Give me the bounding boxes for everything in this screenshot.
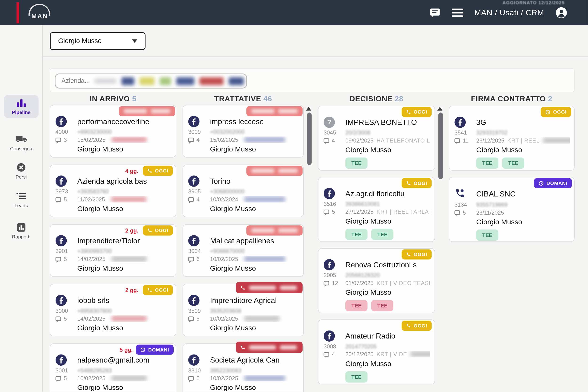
- deal-date: 15/02/2025: [77, 136, 106, 143]
- facebook-icon: [188, 235, 210, 246]
- chat-count-value: 5: [196, 316, 200, 322]
- days-overdue-label: 5 gg.: [120, 346, 133, 353]
- chat-count-value: 3: [64, 136, 67, 143]
- deal-owner: Giorgio Musso: [77, 264, 172, 272]
- deal-phone: 39386610081: [345, 201, 430, 207]
- alert-badge: [246, 226, 303, 236]
- deal-card[interactable]: Amateur Radio 3008 2014770205 4 20/12/20…: [318, 320, 435, 384]
- column-cards: 3G 3541 3293319702 11 26/12/2025KRT | RE…: [449, 106, 574, 242]
- deal-card[interactable]: Mai cat appaliienes 3004 +9088870000 6 1…: [182, 224, 304, 277]
- crm-app: AGGIORNATO 12/12/2025 MAN MAN / Usati / …: [0, 0, 588, 392]
- chat-count-value: 4: [332, 351, 335, 357]
- redacted-note: [111, 196, 146, 202]
- deal-card[interactable]: 4 gg. Azienda agricola bas 3973 +3935837…: [50, 165, 176, 217]
- column-cards: performancecoverline 4000 +8903230000 3 …: [50, 105, 176, 392]
- deal-card[interactable]: 5 gg. nalpesno@gmail.com 3001 +548829528…: [50, 344, 176, 392]
- redacted-note: [244, 375, 285, 381]
- deal-card[interactable]: 3G 3541 3293319702 11 26/12/2025KRT | RE…: [449, 106, 574, 170]
- deal-owner: Giorgio Musso: [210, 145, 299, 153]
- chat-count: 4: [188, 136, 210, 143]
- chat-bubble-icon: [56, 316, 61, 321]
- deal-card[interactable]: 2 gg. iobob srls 3000 +8958307800 5 14/0…: [50, 284, 176, 336]
- deal-card[interactable]: Imprenditore Agrical 3509 3935203608 5 1…: [182, 284, 304, 336]
- tag-badge: TEE: [345, 229, 368, 240]
- deal-date: 10/02/2025: [210, 375, 238, 382]
- deal-id: 3509: [188, 308, 210, 314]
- column-count: 46: [264, 94, 272, 103]
- tag-badge: TEE: [502, 158, 524, 169]
- redacted-note: [244, 196, 285, 202]
- tag-badge: TEE: [476, 230, 498, 241]
- alert-badge: [246, 106, 303, 116]
- oggi-badge: OGGI: [143, 285, 173, 295]
- deal-owner: Giorgio Musso: [77, 145, 172, 153]
- unknown-source-icon: ?: [324, 116, 345, 128]
- deal-card[interactable]: ? IMPRESA BONETTO 3045 20/2/3008 4 09/02…: [318, 106, 435, 170]
- chat-count-value: 5: [64, 196, 67, 202]
- redacted-note: [112, 256, 147, 262]
- alert-badge: [236, 342, 302, 353]
- deal-id: 3001: [56, 367, 77, 374]
- deal-card[interactable]: Renova Costruzioni s 2005 20568128320 12…: [318, 248, 435, 313]
- deal-owner: Giorgio Musso: [77, 324, 172, 332]
- deal-phone: +9088870000: [210, 248, 299, 254]
- deal-phone: 3935203608: [210, 308, 299, 314]
- deal-card[interactable]: impress leccese 3009 +0032002000 4 15/02…: [182, 105, 304, 158]
- facebook-icon: [56, 235, 77, 246]
- deal-date: 15/02/2025: [210, 136, 238, 143]
- deal-owner: Giorgio Musso: [345, 146, 430, 154]
- deal-title: IMPRESA BONETTO: [345, 118, 430, 127]
- chat-count: 12: [324, 280, 345, 286]
- facebook-icon: [324, 188, 345, 199]
- redacted-note: [410, 352, 430, 357]
- tag-badge: TEE: [371, 300, 394, 311]
- oggi-badge: OGGI: [402, 107, 432, 117]
- days-overdue-label: 2 gg.: [125, 227, 138, 234]
- column-scrollbar[interactable]: [438, 112, 443, 179]
- deal-title: Az.agr.di floricoltu: [345, 189, 430, 198]
- deal-phone: 20568128320: [345, 272, 430, 278]
- tag-badge: TEE: [345, 371, 368, 382]
- deal-title: Imprenditore Agrical: [210, 296, 299, 305]
- deal-card[interactable]: performancecoverline 4000 +8903230000 3 …: [50, 105, 176, 158]
- chat-count: 5: [188, 375, 210, 382]
- deal-phone: +0032002000: [210, 128, 299, 135]
- chat-count-value: 6: [196, 256, 200, 262]
- deal-phone: 2014770205: [345, 343, 430, 349]
- deal-card[interactable]: CIBAL SNC 3134 9355719869 5 23/11/2025 G…: [449, 177, 574, 242]
- chat-count-value: 5: [64, 256, 67, 262]
- column-count: 2: [548, 94, 552, 103]
- deal-date: 10/02/2025: [77, 375, 106, 382]
- deal-card[interactable]: 2 gg. Imprenditore/Tiolor 3901 +39009937…: [50, 224, 176, 277]
- scroll-up-icon[interactable]: [306, 107, 311, 111]
- column-scrollbar[interactable]: [307, 112, 312, 165]
- oggi-badge: OGGI: [402, 320, 432, 331]
- deal-date: 14/02/2025: [77, 316, 106, 322]
- deal-title: performancecoverline: [77, 117, 172, 126]
- scroll-up-icon[interactable]: [437, 107, 442, 111]
- deal-id: 4000: [56, 128, 77, 135]
- deal-date: 09/02/2025: [345, 137, 374, 144]
- deal-title: CIBAL SNC: [476, 190, 570, 198]
- redacted-note: [542, 138, 570, 143]
- deal-card[interactable]: Az.agr.di floricoltu 3516 39386610081 5 …: [318, 177, 435, 242]
- column-title: TRATTATIVE: [214, 94, 261, 103]
- chat-bubble-icon: [188, 376, 194, 380]
- facebook-icon: [56, 295, 77, 306]
- chat-count-value: 5: [332, 208, 335, 215]
- chat-count: 11: [454, 137, 476, 144]
- oggi-badge: OGGI: [143, 226, 173, 236]
- deal-card[interactable]: Societa Agricola Can 3310 3952230083 5 1…: [182, 344, 304, 392]
- column-title: IN ARRIVO: [90, 94, 130, 103]
- deal-date: 10/02/2024: [210, 196, 238, 202]
- alert-badge: [119, 106, 175, 116]
- domani-badge: DOMANI: [534, 178, 572, 188]
- chat-count: 4: [188, 196, 210, 202]
- deal-title: Mai cat appaliienes: [210, 236, 299, 245]
- deal-title: Societa Agricola Can: [210, 356, 299, 364]
- deal-card[interactable]: Torino 3905 +3068000000 4 10/02/2024 Gio…: [182, 165, 304, 217]
- domani-badge: DOMANI: [136, 345, 174, 355]
- deal-owner: Giorgio Musso: [210, 324, 299, 332]
- redacted-note: [244, 137, 285, 142]
- column-title: DECISIONE: [350, 94, 392, 103]
